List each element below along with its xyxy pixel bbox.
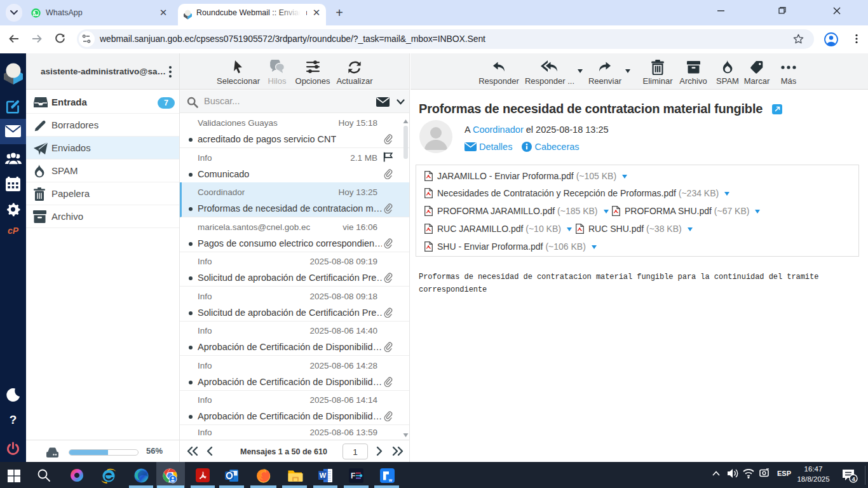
- svg-text:W: W: [320, 471, 327, 479]
- svg-text:w: w: [388, 478, 393, 482]
- svg-text:F: F: [351, 471, 355, 480]
- svg-text:4: 4: [852, 475, 856, 482]
